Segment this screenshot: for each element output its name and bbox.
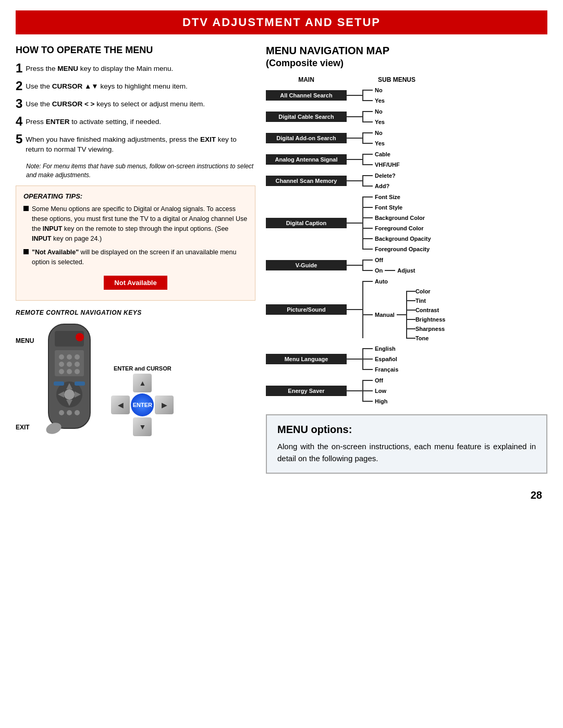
- nav-entry-digital-addon: Digital Add-on Search No Yes: [266, 128, 547, 148]
- nav-entry-digital-cable: Digital Cable Search No Yes: [266, 107, 547, 127]
- main-box-all-channel: All Channel Search: [266, 90, 347, 101]
- main-box-energy-saver: Energy Saver: [266, 386, 347, 396]
- nav-entry-menu-language: Menu Language English Español Français: [266, 344, 547, 374]
- menu-label: MENU: [16, 337, 34, 344]
- nav-map-title: MENU NAVIGATION MAP: [266, 45, 547, 57]
- svg-point-11: [67, 369, 72, 374]
- subs-digital-cable: No Yes: [362, 107, 387, 127]
- page-title: DTV ADJUSTMENT AND SETUP: [16, 16, 547, 29]
- subs-channel-scan: Delete? Add?: [362, 171, 398, 191]
- page-header: DTV ADJUSTMENT AND SETUP: [16, 10, 547, 34]
- step-5: 5 When you have finished making adjustme…: [16, 133, 255, 155]
- step-1: 1 Press the MENU key to display the Main…: [16, 62, 255, 75]
- step-3: 3 Use the CURSOR < > keys to select or a…: [16, 97, 255, 110]
- nav-entry-all-channel: All Channel Search No Yes: [266, 85, 547, 105]
- tips-section: OPERATING TIPS: Some Menu options are sp…: [16, 186, 255, 301]
- subs-digital-caption: Font Size Font Style Background Color Fo…: [362, 192, 433, 254]
- exit-label: EXIT: [16, 424, 34, 431]
- cursor-cross: ▲ ◀ ENTER ▶ ▼: [111, 374, 174, 436]
- remote-side-labels: MENU EXIT: [16, 337, 34, 436]
- subs-picture-sound: Auto Manual Color: [362, 277, 445, 342]
- nav-map-subtitle: (Composite view): [266, 58, 547, 69]
- subs-energy-saver: Off Low High: [362, 376, 389, 406]
- main-box-menu-language: Menu Language: [266, 354, 347, 364]
- bullet-icon-2: [23, 249, 29, 254]
- main-box-digital-caption: Digital Caption: [266, 218, 347, 228]
- svg-point-18: [64, 389, 75, 400]
- svg-point-12: [75, 369, 80, 374]
- nav-entry-energy-saver: Energy Saver Off Low High: [266, 376, 547, 406]
- nav-table-headers: MAIN SUB MENUS: [266, 76, 547, 83]
- bullet-icon: [23, 206, 29, 211]
- sub-no: No: [362, 85, 387, 95]
- main-box-digital-addon: Digital Add-on Search: [266, 133, 347, 143]
- enter-cursor-label: ENTER and CURSOR: [114, 365, 172, 372]
- main-box-channel-scan: Channel Scan Memory: [266, 176, 347, 186]
- main-box-picture-sound: Picture/Sound: [266, 304, 347, 315]
- left-column: HOW TO OPERATE THE MENU 1 Press the MENU…: [16, 45, 255, 474]
- svg-point-2: [76, 333, 84, 341]
- svg-rect-19: [54, 381, 64, 386]
- remote-svg: [38, 322, 101, 436]
- nav-entry-analog: Analog Antenna Signal Cable VHF/UHF: [266, 150, 547, 169]
- how-to-title: HOW TO OPERATE THE MENU: [16, 45, 255, 56]
- main-box-digital-cable: Digital Cable Search: [266, 112, 347, 122]
- step-list: 1 Press the MENU key to display the Main…: [16, 62, 255, 155]
- cursor-up-btn[interactable]: ▲: [133, 374, 152, 392]
- subs-analog: Cable VHF/UHF: [362, 150, 402, 169]
- remote-area: MENU EXIT: [16, 322, 255, 436]
- note-text: Note: For menu items that have sub menus…: [26, 162, 255, 180]
- remote-with-labels: MENU EXIT: [16, 322, 101, 436]
- sub-yes: Yes: [362, 96, 387, 105]
- tip-2: "Not Available" will be displayed on the…: [23, 248, 248, 267]
- tips-list: Some Menu options are specific to Digita…: [23, 204, 248, 267]
- cursor-left-btn[interactable]: ◀: [111, 396, 130, 414]
- nav-map-container: All Channel Search No Yes Digital Cable …: [266, 85, 547, 406]
- sub-col-header: SUB MENUS: [378, 76, 415, 83]
- menu-options-title: MENU options:: [277, 424, 536, 436]
- svg-rect-20: [75, 381, 85, 386]
- main-box-vguide: V-Guide: [266, 260, 347, 270]
- menu-options-box: MENU options: Along with the on-screen i…: [266, 414, 547, 474]
- cursor-right-btn[interactable]: ▶: [155, 396, 174, 414]
- svg-point-22: [67, 410, 72, 415]
- nav-entry-digital-caption: Digital Caption Font Size Font Style Bac…: [266, 192, 547, 254]
- not-available-badge: Not Available: [104, 276, 167, 290]
- nav-entry-channel-scan: Channel Scan Memory Delete? Add?: [266, 171, 547, 191]
- level3-picture-sound: Color Tint Contrast: [406, 287, 445, 342]
- subs-digital-addon: No Yes: [362, 128, 387, 148]
- step-2: 2 Use the CURSOR ▲▼ keys to highlight me…: [16, 80, 255, 92]
- nav-entry-picture-sound: Picture/Sound Auto Manual: [266, 277, 547, 342]
- main-col-header: MAIN: [266, 76, 347, 83]
- svg-point-23: [75, 410, 80, 415]
- nav-entry-vguide: V-Guide Off On Adjust: [266, 255, 547, 275]
- tips-title: OPERATING TIPS:: [23, 192, 248, 200]
- svg-point-7: [59, 362, 64, 367]
- svg-point-6: [75, 354, 80, 360]
- enter-btn[interactable]: ENTER: [131, 393, 154, 416]
- tip-1: Some Menu options are specific to Digita…: [23, 204, 248, 243]
- cursor-area: ENTER and CURSOR ▲ ◀ ENTER ▶ ▼: [111, 365, 174, 436]
- remote-nav-title: REMOTE CONTROL NAVIGATION KEYS: [16, 309, 255, 316]
- subs-all-channel: No Yes: [362, 85, 387, 105]
- step-4: 4 Press ENTER to activate setting, if ne…: [16, 115, 255, 128]
- main-box-analog: Analog Antenna Signal: [266, 154, 347, 165]
- menu-options-text: Along with the on-screen instructions, e…: [277, 441, 536, 464]
- svg-point-10: [59, 369, 64, 374]
- subs-vguide: Off On Adjust: [362, 255, 418, 275]
- cursor-down-btn[interactable]: ▼: [133, 417, 152, 436]
- svg-point-8: [67, 362, 72, 367]
- subs-menu-language: English Español Français: [362, 344, 400, 374]
- page-number: 28: [0, 484, 563, 507]
- right-column: MENU NAVIGATION MAP (Composite view) MAI…: [266, 45, 547, 474]
- svg-point-21: [59, 410, 64, 415]
- svg-point-5: [67, 354, 72, 360]
- svg-point-9: [75, 362, 80, 367]
- svg-point-4: [59, 354, 64, 360]
